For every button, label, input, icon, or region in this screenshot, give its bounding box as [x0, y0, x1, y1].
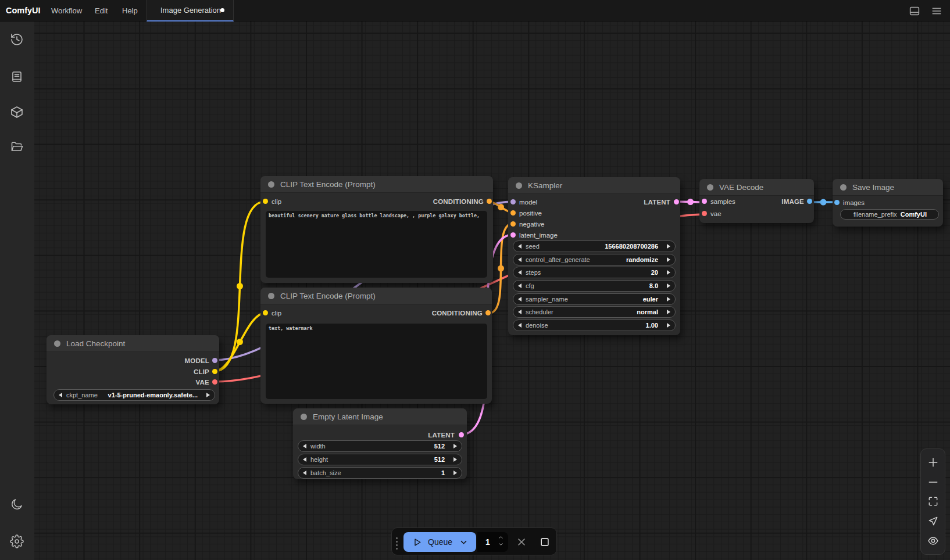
model-library-icon[interactable]: [10, 105, 24, 119]
node-vae-decode[interactable]: VAE Decode samples IMAGE vae: [699, 179, 814, 223]
widget-label: filename_prefix: [853, 211, 897, 218]
node-header[interactable]: CLIP Text Encode (Prompt): [260, 176, 493, 193]
sampler-name-widget[interactable]: sampler_name euler: [513, 293, 676, 305]
theme-moon-icon[interactable]: [10, 497, 24, 511]
zoom-out-icon[interactable]: [927, 476, 939, 488]
node-header[interactable]: KSampler: [508, 177, 680, 194]
input-port-latent-image[interactable]: [510, 232, 516, 238]
height-widget[interactable]: height 512: [298, 454, 462, 465]
seed-widget[interactable]: seed 156680208700286: [513, 240, 676, 252]
node-header[interactable]: CLIP Text Encode (Prompt): [260, 288, 492, 304]
output-port-vae[interactable]: [212, 379, 217, 385]
next-value-arrow[interactable]: [667, 323, 670, 328]
next-value-arrow[interactable]: [667, 257, 670, 262]
workflow-tab[interactable]: Image Generation: [147, 0, 234, 21]
menu-help[interactable]: Help: [122, 0, 138, 21]
node-load-checkpoint[interactable]: Load Checkpoint MODEL CLIP VAE ckpt_name…: [47, 335, 219, 404]
node-clip-text-encode-negative[interactable]: CLIP Text Encode (Prompt) clip CONDITION…: [260, 288, 492, 404]
queue-button[interactable]: Queue: [403, 532, 476, 552]
scheduler-widget[interactable]: scheduler normal: [513, 306, 676, 318]
next-value-arrow[interactable]: [453, 444, 457, 448]
ckpt-name-widget[interactable]: ckpt_name v1-5-pruned-emaonly.safete...: [53, 389, 215, 401]
fit-view-icon[interactable]: [927, 496, 939, 507]
menubar: ComfyUI Workflow Edit Help Image Generat…: [0, 0, 950, 21]
zoom-in-icon[interactable]: [927, 457, 939, 468]
prev-value-arrow[interactable]: [518, 283, 522, 288]
prev-value-arrow[interactable]: [518, 244, 522, 249]
toggle-link-visibility-icon[interactable]: [927, 535, 939, 547]
prompt-textarea[interactable]: text, watermark: [266, 324, 487, 399]
input-port-clip[interactable]: [263, 199, 268, 204]
input-port-vae[interactable]: [702, 211, 707, 216]
input-port-model[interactable]: [510, 199, 516, 204]
batch-count-input[interactable]: 1: [477, 532, 508, 552]
output-port-conditioning[interactable]: [485, 310, 491, 315]
io-row: latent_image: [508, 229, 680, 240]
next-value-arrow[interactable]: [667, 283, 670, 288]
node-clip-text-encode-positive[interactable]: CLIP Text Encode (Prompt) clip CONDITION…: [260, 176, 493, 283]
input-port-images[interactable]: [834, 200, 840, 205]
output-port-model[interactable]: [212, 358, 217, 363]
logs-icon[interactable]: [10, 70, 24, 84]
prev-value-arrow[interactable]: [518, 323, 522, 328]
next-value-arrow[interactable]: [667, 310, 670, 314]
input-port-clip[interactable]: [263, 310, 268, 315]
control-after-generate-widget[interactable]: control_after_generate randomize: [513, 254, 676, 265]
prev-value-arrow[interactable]: [303, 457, 306, 462]
node-title: CLIP Text Encode (Prompt): [280, 180, 376, 189]
output-port-latent[interactable]: [674, 199, 679, 204]
menu-icon[interactable]: [930, 5, 943, 17]
input-port-positive[interactable]: [510, 210, 516, 216]
node-status-dot: [268, 293, 274, 299]
next-value-arrow[interactable]: [206, 393, 210, 397]
node-empty-latent-image[interactable]: Empty Latent Image LATENT width 512 heig…: [293, 408, 467, 479]
navigate-cursor-icon[interactable]: [927, 515, 939, 527]
workflows-folder-icon[interactable]: [10, 140, 24, 154]
clear-queue-icon[interactable]: [516, 536, 527, 548]
next-value-arrow[interactable]: [453, 457, 457, 462]
prev-value-arrow[interactable]: [303, 471, 306, 475]
prev-value-arrow[interactable]: [518, 297, 522, 301]
input-port-samples[interactable]: [702, 199, 707, 204]
steps-widget[interactable]: steps 20: [513, 267, 676, 278]
io-row: clip CONDITIONING: [260, 307, 492, 318]
input-port-negative[interactable]: [510, 221, 516, 227]
prev-value-arrow[interactable]: [518, 310, 522, 314]
menu-workflow[interactable]: Workflow: [51, 0, 82, 21]
next-value-arrow[interactable]: [667, 244, 670, 249]
panel-toggle-icon[interactable]: [908, 5, 921, 17]
widget-label: cfg: [526, 282, 534, 289]
prev-value-arrow[interactable]: [59, 393, 62, 397]
node-header[interactable]: Empty Latent Image: [293, 408, 467, 425]
prompt-textarea[interactable]: beautiful scenery nature glass bottle la…: [266, 211, 487, 278]
next-value-arrow[interactable]: [667, 270, 670, 275]
input-label: latent_image: [519, 232, 558, 239]
batch-size-widget[interactable]: batch_size 1: [298, 467, 462, 479]
node-header[interactable]: VAE Decode: [699, 179, 814, 196]
filename-prefix-widget[interactable]: filename_prefix ComfyUI: [840, 209, 939, 220]
menu-edit[interactable]: Edit: [95, 0, 108, 21]
node-header[interactable]: Load Checkpoint: [47, 335, 219, 352]
stop-icon[interactable]: [539, 536, 551, 548]
node-save-image[interactable]: Save Image images filename_prefix ComfyU…: [833, 179, 943, 227]
output-port-image[interactable]: [807, 199, 812, 204]
settings-gear-icon[interactable]: [10, 534, 24, 548]
output-port-latent[interactable]: [459, 432, 464, 437]
next-value-arrow[interactable]: [453, 471, 457, 475]
node-header[interactable]: Save Image: [833, 179, 943, 196]
output-port-clip[interactable]: [212, 369, 217, 374]
drag-handle[interactable]: [396, 537, 398, 550]
output-port-conditioning[interactable]: [487, 199, 492, 204]
next-value-arrow[interactable]: [667, 297, 670, 301]
prev-value-arrow[interactable]: [518, 270, 522, 275]
graph-canvas[interactable]: [34, 21, 950, 560]
denoise-widget[interactable]: denoise 1.00: [513, 320, 676, 331]
widget-label: batch_size: [310, 469, 341, 476]
app-logo[interactable]: ComfyUI: [6, 0, 41, 21]
prev-value-arrow[interactable]: [303, 444, 306, 448]
history-icon[interactable]: [10, 33, 24, 46]
node-ksampler[interactable]: KSampler model LATENT positive negative …: [508, 177, 680, 335]
prev-value-arrow[interactable]: [518, 257, 522, 262]
width-widget[interactable]: width 512: [298, 440, 462, 452]
cfg-widget[interactable]: cfg 8.0: [513, 280, 676, 292]
